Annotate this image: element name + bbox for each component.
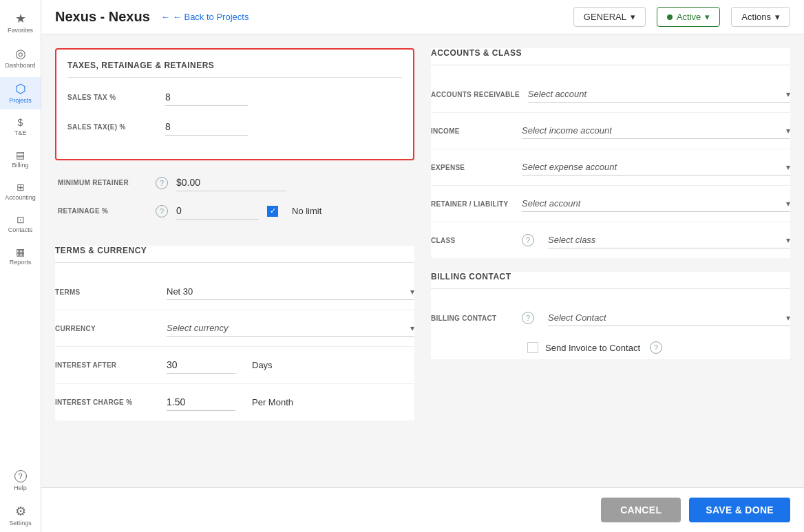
chevron-down-icon: ▾ [786,126,790,136]
expense-placeholder: Select expense account [522,162,617,172]
active-label: Active [677,12,701,22]
accounts-receivable-select[interactable]: Select account ▾ [528,86,790,103]
no-limit-checkbox[interactable] [267,206,278,217]
class-help-icon[interactable]: ? [522,234,534,246]
terms-section: TERMS & CURRENCY TERMS Net 30 ▾ CURRENCY… [55,246,414,421]
terms-section-title: TERMS & CURRENCY [55,246,414,263]
sales-tax-label: SALES TAX % [67,94,157,101]
chevron-down-icon: ▾ [410,323,414,333]
class-select[interactable]: Select class ▾ [548,232,790,248]
taxes-section: TAXES, RETAINAGE & RETAINERS SALES TAX %… [55,48,414,160]
retainer-liability-select[interactable]: Select account ▾ [522,195,790,212]
billing-contact-select[interactable]: Select Contact ▾ [548,310,790,326]
sidebar-item-label: T&E [14,129,27,136]
sidebar-item-billing[interactable]: ▤ Billing [0,145,41,174]
interest-charge-row: INTEREST CHARGE % Per Month [55,384,414,421]
sidebar-item-reports[interactable]: ▦ Reports [0,242,41,271]
sales-tax-row: SALES TAX % [67,89,402,106]
retainage-help-icon[interactable]: ? [156,205,168,217]
income-placeholder: Select income account [522,125,612,136]
chevron-down-icon: ▾ [786,313,790,323]
expense-select[interactable]: Select expense account ▾ [522,159,790,175]
sidebar-item-label: Reports [10,259,32,266]
no-limit-label: No limit [292,206,321,216]
chevron-down-icon: ▾ [410,287,414,297]
sidebar: ★ Favorites ◎ Dashboard ⬡ Projects $ T&E… [0,0,41,532]
retainage-row: RETAINAGE % ? No limit [58,202,412,220]
terms-select[interactable]: Net 30 ▾ [167,284,414,300]
actions-label: Actions [741,12,771,22]
currency-value-text: Select currency [167,323,229,333]
active-button[interactable]: Active ▾ [657,7,720,27]
sidebar-item-label: Contacts [8,226,33,233]
interest-after-input[interactable] [167,357,235,374]
chevron-down-icon: ▾ [775,12,780,22]
projects-icon: ⬡ [15,83,26,95]
income-label: INCOME [431,127,514,135]
general-button[interactable]: GENERAL ▾ [573,7,646,27]
expense-label: EXPENSE [431,164,514,171]
page-header: Nexus - Nexus ← ← Back to Projects GENER… [41,0,804,34]
sidebar-item-projects[interactable]: ⬡ Projects [0,77,41,109]
accounts-receivable-label: ACCOUNTS RECEIVABLE [431,91,520,98]
accounts-section-title: ACCOUNTS & CLASS [431,48,790,65]
settings-icon: ⚙ [15,505,26,518]
retainer-liability-placeholder: Select account [522,198,580,209]
main-area: Nexus - Nexus ← ← Back to Projects GENER… [41,0,804,532]
accounts-receivable-placeholder: Select account [528,89,586,99]
accounts-receivable-row: ACCOUNTS RECEIVABLE Select account ▾ [431,76,790,113]
left-panel: TAXES, RETAINAGE & RETAINERS SALES TAX %… [55,48,414,421]
interest-after-suffix: Days [252,360,273,370]
currency-label: CURRENCY [55,325,158,332]
back-to-projects-link[interactable]: ← ← Back to Projects [161,12,249,22]
currency-select[interactable]: Select currency ▾ [167,320,414,337]
income-select[interactable]: Select income account ▾ [522,123,790,139]
sidebar-item-favorites[interactable]: ★ Favorites [0,7,41,39]
billing-contact-label: BILLING CONTACT [431,315,514,322]
send-invoice-help-icon[interactable]: ? [650,341,662,354]
class-label: CLASS [431,237,514,244]
actions-button[interactable]: Actions ▾ [731,7,790,27]
billing-contact-placeholder: Select Contact [548,312,606,323]
chevron-down-icon: ▾ [705,12,710,22]
sidebar-item-help[interactable]: ? Help [0,465,41,497]
back-arrow-icon: ← [161,12,170,22]
dashboard-icon: ◎ [15,47,26,60]
help-icon: ? [14,470,27,482]
sidebar-item-label: Favorites [8,27,33,34]
expense-row: EXPENSE Select expense account ▾ [431,149,790,186]
accounts-section: ACCOUNTS & CLASS ACCOUNTS RECEIVABLE Sel… [431,48,790,258]
sales-tax-input[interactable] [165,89,248,106]
income-row: INCOME Select income account ▾ [431,113,790,149]
interest-after-row: INTEREST AFTER Days [55,347,414,384]
retainer-liability-row: RETAINER / LIABILITY Select account ▾ [431,186,790,222]
sidebar-item-te[interactable]: $ T&E [0,112,41,142]
favorites-icon: ★ [15,12,26,25]
minimum-retainer-label: MINIMUM RETAINER [58,179,147,187]
retainage-input[interactable] [176,202,259,220]
minimum-retainer-help-icon[interactable]: ? [156,177,168,189]
terms-label: TERMS [55,288,158,296]
page-title: Nexus - Nexus [55,9,150,25]
active-dot-icon [667,14,673,20]
billing-contact-help-icon[interactable]: ? [522,312,534,324]
save-done-button[interactable]: SAVE & DONE [689,498,790,522]
sidebar-item-dashboard[interactable]: ◎ Dashboard [0,42,41,74]
minimum-retainer-input[interactable] [176,174,286,191]
sales-tax-e-input[interactable] [165,118,248,136]
send-invoice-label: Send Invoice to Contact [545,343,640,353]
sidebar-item-accounting[interactable]: ⊞ Accounting [0,177,41,206]
sidebar-item-label: Projects [9,97,32,104]
chevron-down-icon: ▾ [786,162,790,172]
sidebar-item-label: Dashboard [5,62,35,69]
sidebar-item-label: Settings [9,520,32,526]
interest-charge-input[interactable] [167,394,235,411]
right-panel: ACCOUNTS & CLASS ACCOUNTS RECEIVABLE Sel… [431,48,790,421]
billing-contact-row: BILLING CONTACT ? Select Contact ▾ [431,300,790,336]
taxes-section-title: TAXES, RETAINAGE & RETAINERS [67,61,402,78]
send-invoice-checkbox[interactable] [527,342,538,353]
retainage-label: RETAINAGE % [58,207,147,215]
sidebar-item-settings[interactable]: ⚙ Settings [0,500,41,532]
sidebar-item-contacts[interactable]: ⊡ Contacts [0,209,41,239]
cancel-button[interactable]: CANCEL [601,498,681,522]
